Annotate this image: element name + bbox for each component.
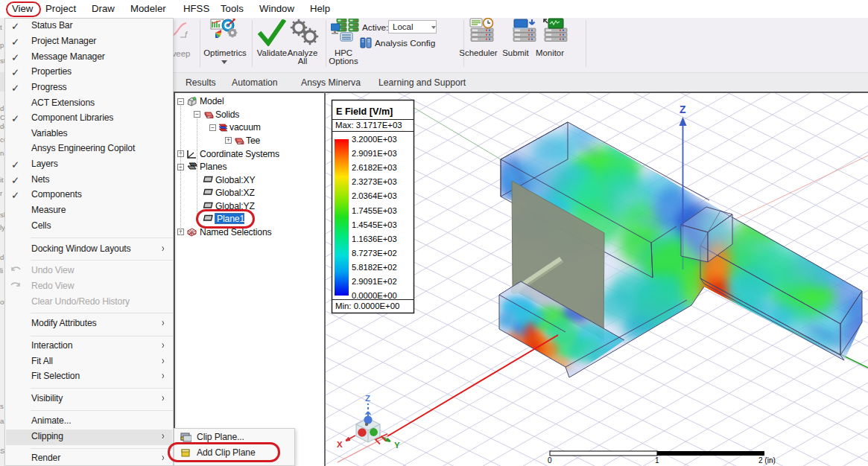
svg-text:Y: Y [394,441,400,450]
svg-text:2.0364E+03: 2.0364E+03 [352,191,397,200]
svg-text:X: X [337,440,343,449]
svg-text:2.3273E+03: 2.3273E+03 [352,177,397,186]
svg-text:E Field [V/m]: E Field [V/m] [336,106,393,117]
svg-text:1.1636E+03: 1.1636E+03 [352,234,397,243]
svg-text:0: 0 [548,456,552,465]
svg-text:2 (in): 2 (in) [758,456,776,465]
svg-text:Max: 3.1717E+03: Max: 3.1717E+03 [335,121,402,130]
svg-text:5.8182E+02: 5.8182E+02 [352,263,397,272]
svg-text:Z: Z [679,103,686,115]
svg-text:8.7273E+02: 8.7273E+02 [352,249,397,258]
svg-text:3.2000E+03: 3.2000E+03 [352,135,397,144]
svg-text:2.6182E+03: 2.6182E+03 [352,163,397,172]
svg-text:2.9091E+03: 2.9091E+03 [352,149,397,158]
svg-text:1.4545E+03: 1.4545E+03 [352,220,397,229]
svg-text:2.9091E+02: 2.9091E+02 [352,277,397,286]
svg-text:0.0000E+00: 0.0000E+00 [352,291,397,300]
svg-text:1.7455E+03: 1.7455E+03 [352,206,397,215]
svg-text:Min: 0.0000E+00: Min: 0.0000E+00 [335,301,399,310]
svg-text:1: 1 [655,456,659,465]
svg-text:Z: Z [365,394,370,403]
